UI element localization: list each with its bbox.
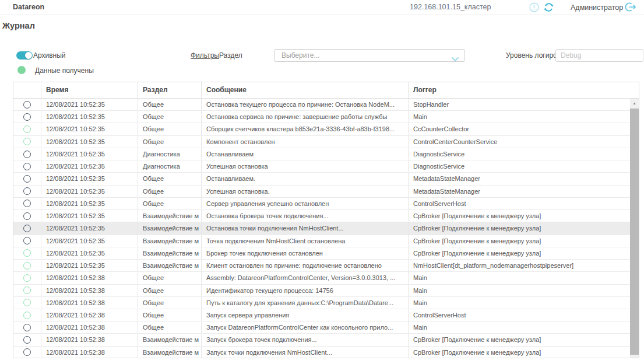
table-row[interactable]: 12/08/2021 10:52:38Взаимодействие мЗапус… [13,347,639,358]
cell-time: 12/08/2021 10:52:38 [41,334,138,345]
row-select-cell [13,148,41,160]
scrollbar-thumb[interactable] [630,109,639,355]
row-radio[interactable] [23,113,31,121]
section-select[interactable]: Выберите... [274,49,465,62]
section-label: Раздел [219,51,242,60]
row-radio[interactable] [23,274,31,282]
log-level-input[interactable] [555,49,643,62]
cell-message: Запуск брокера точек подключения... [202,334,409,345]
cell-logger: Main [409,272,639,284]
filters-link[interactable]: Фильтры [191,51,219,60]
table-scrollbar[interactable]: ▲ [630,99,639,358]
table-row[interactable]: 12/08/2021 10:52:35ОбщееСборщик счетчико… [13,123,639,135]
row-radio[interactable] [23,163,31,170]
row-radio[interactable] [23,299,31,306]
cell-time: 12/08/2021 10:52:38 [41,272,138,284]
cell-time: 12/08/2021 10:52:35 [41,210,138,222]
logout-icon[interactable] [625,1,636,13]
cell-section: Общее [138,285,202,296]
cell-logger: DiagnosticService [409,148,639,160]
table-row[interactable]: 12/08/2021 10:52:35ОбщееОстановка сервис… [13,111,639,123]
table-row[interactable]: 12/08/2021 10:52:35ОбщееОстанавливаем.Me… [13,173,639,185]
cell-message: Остановка точки подключения NmHostClient… [202,222,409,234]
row-radio[interactable] [23,262,31,270]
cell-section: Общее [138,297,202,309]
table-row[interactable]: 12/08/2021 10:52:35Взаимодействие мОстан… [13,222,639,235]
cell-section: Взаимодействие м [138,347,202,358]
scrollbar-up-arrow[interactable]: ▲ [630,100,639,106]
row-radio[interactable] [23,101,31,109]
cell-message: Клиент остановлен по причине: подключени… [202,260,409,271]
cell-section: Взаимодействие м [138,210,202,222]
table-row[interactable]: 12/08/2021 10:52:35Взаимодействие мТочка… [13,235,639,247]
table-row[interactable]: 12/08/2021 10:52:38ОбщееПуть к каталогу … [13,297,639,309]
row-select-cell [13,210,41,222]
row-select-cell [13,173,41,184]
row-radio[interactable] [23,286,31,294]
row-radio[interactable] [23,249,31,257]
row-radio[interactable] [23,348,31,356]
table-body: 12/08/2021 10:52:35ОбщееОстановка текуще… [13,99,639,358]
table-row[interactable]: 12/08/2021 10:52:35ОбщееОстановка текуще… [13,99,639,111]
table-row[interactable]: 12/08/2021 10:52:35ОбщееКомпонент остано… [13,136,639,148]
cell-section: Взаимодействие м [138,235,202,247]
chevron-down-icon [452,54,459,64]
row-radio[interactable] [23,212,31,220]
row-select-cell [13,334,41,345]
cell-time: 12/08/2021 10:52:38 [41,309,138,321]
cell-message: Assembly: DatareonPlatformControlCenter,… [202,272,409,284]
info-circle-icon[interactable] [528,1,540,13]
row-radio[interactable] [23,138,31,145]
cell-section: Общее [138,272,202,284]
cell-section: Общее [138,123,202,135]
cell-logger: MetadataStateManager [409,173,639,184]
cell-time: 12/08/2021 10:52:38 [41,285,138,296]
table-row[interactable]: 12/08/2021 10:52:38ОбщееЗапуск сервера у… [13,309,639,321]
table-row[interactable]: 12/08/2021 10:52:38ОбщееИдентификатор те… [13,285,639,297]
row-radio[interactable] [23,237,31,244]
cell-logger: ControlServerHost [409,309,639,321]
cell-message: Успешная остановка [202,160,409,172]
row-radio[interactable] [23,200,31,207]
cell-time: 12/08/2021 10:52:38 [41,297,138,309]
table-row[interactable]: 12/08/2021 10:52:35Взаимодействие мОстан… [13,210,639,222]
table-row[interactable]: 12/08/2021 10:52:35ДиагностикаУспешная о… [13,160,639,173]
cell-section: Диагностика [138,160,202,172]
cell-message: Останавливаем [202,148,409,160]
table-row[interactable]: 12/08/2021 10:52:35ДиагностикаОстанавлив… [13,148,639,160]
table-row[interactable]: 12/08/2021 10:52:35ОбщееСервер управлени… [13,198,639,210]
row-radio[interactable] [23,151,31,158]
cell-logger: ControlCenterCounterService [409,136,639,148]
table-row[interactable]: 12/08/2021 10:52:38Взаимодействие мЗапус… [13,334,639,346]
row-select-cell [13,136,41,148]
cluster-name: 192.168.101.15_кластер [410,3,491,11]
cell-time: 12/08/2021 10:52:35 [41,235,138,247]
table-row[interactable]: 12/08/2021 10:52:35Взаимодействие мКлиен… [13,260,639,272]
cell-message: Сервер управления успешно остановлен [202,198,409,209]
row-radio[interactable] [23,312,31,319]
table-row[interactable]: 12/08/2021 10:52:35Взаимодействие мБроке… [13,247,639,260]
app-header: Datareon 192.168.101.15_кластер Админист… [0,0,644,15]
row-select-cell [13,186,41,197]
row-radio[interactable] [23,225,31,232]
cell-logger: CcCounterCollector [409,123,639,135]
table-row[interactable]: 12/08/2021 10:52:38ОбщееAssembly: Datare… [13,272,639,284]
header-time: Время [41,82,138,98]
row-radio[interactable] [23,336,31,344]
row-radio[interactable] [23,187,31,195]
table-row[interactable]: 12/08/2021 10:52:38ОбщееЗапуск DatareonP… [13,321,639,334]
refresh-icon[interactable] [543,1,554,13]
row-select-cell [13,272,41,284]
header-message: Сообщение [202,82,409,98]
header-logger: Логгер [409,82,639,98]
cell-section: Взаимодействие м [138,260,202,271]
row-radio[interactable] [23,125,31,133]
archive-toggle[interactable] [16,51,33,60]
cell-logger: Main [409,321,639,333]
cell-time: 12/08/2021 10:52:35 [41,148,138,160]
cell-section: Общее [138,173,202,184]
table-row[interactable]: 12/08/2021 10:52:35ОбщееУспешная останов… [13,186,639,198]
row-radio[interactable] [23,324,31,331]
cell-logger: MetadataStateManager [409,186,639,197]
row-radio[interactable] [23,175,31,183]
